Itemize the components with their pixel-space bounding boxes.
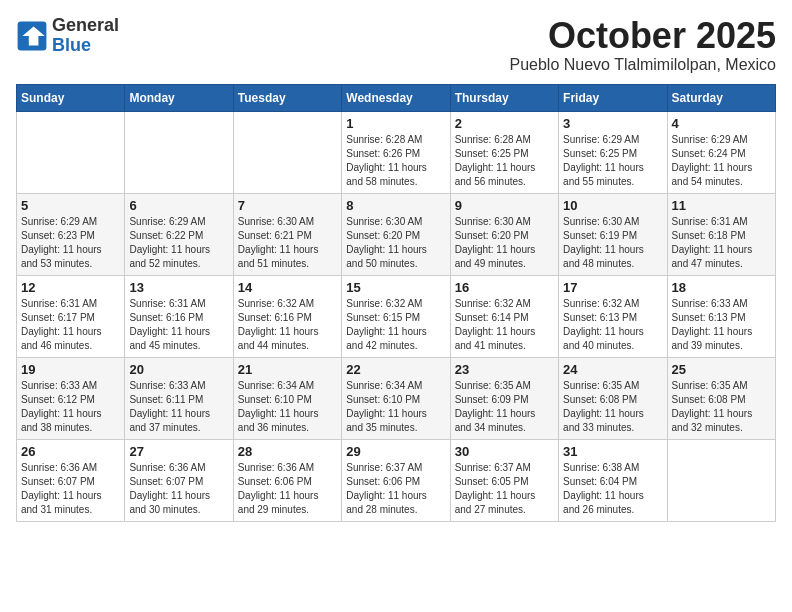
day-info: Sunrise: 6:28 AM Sunset: 6:25 PM Dayligh… — [455, 133, 554, 189]
day-info: Sunrise: 6:29 AM Sunset: 6:24 PM Dayligh… — [672, 133, 771, 189]
title-block: October 2025 Pueblo Nuevo Tlalmimilolpan… — [510, 16, 777, 74]
day-info: Sunrise: 6:37 AM Sunset: 6:06 PM Dayligh… — [346, 461, 445, 517]
calendar-cell: 7Sunrise: 6:30 AM Sunset: 6:21 PM Daylig… — [233, 193, 341, 275]
day-number: 11 — [672, 198, 771, 213]
calendar-cell: 30Sunrise: 6:37 AM Sunset: 6:05 PM Dayli… — [450, 439, 558, 521]
day-info: Sunrise: 6:36 AM Sunset: 6:07 PM Dayligh… — [21, 461, 120, 517]
weekday-header-friday: Friday — [559, 84, 667, 111]
day-number: 21 — [238, 362, 337, 377]
day-number: 9 — [455, 198, 554, 213]
calendar-cell — [17, 111, 125, 193]
weekday-header-sunday: Sunday — [17, 84, 125, 111]
day-info: Sunrise: 6:32 AM Sunset: 6:14 PM Dayligh… — [455, 297, 554, 353]
calendar-cell: 21Sunrise: 6:34 AM Sunset: 6:10 PM Dayli… — [233, 357, 341, 439]
calendar-cell: 19Sunrise: 6:33 AM Sunset: 6:12 PM Dayli… — [17, 357, 125, 439]
calendar-table: SundayMondayTuesdayWednesdayThursdayFrid… — [16, 84, 776, 522]
day-info: Sunrise: 6:35 AM Sunset: 6:08 PM Dayligh… — [563, 379, 662, 435]
day-number: 20 — [129, 362, 228, 377]
day-number: 24 — [563, 362, 662, 377]
day-number: 1 — [346, 116, 445, 131]
logo: General Blue — [16, 16, 119, 56]
calendar-cell: 1Sunrise: 6:28 AM Sunset: 6:26 PM Daylig… — [342, 111, 450, 193]
day-info: Sunrise: 6:37 AM Sunset: 6:05 PM Dayligh… — [455, 461, 554, 517]
day-info: Sunrise: 6:29 AM Sunset: 6:22 PM Dayligh… — [129, 215, 228, 271]
weekday-header-row: SundayMondayTuesdayWednesdayThursdayFrid… — [17, 84, 776, 111]
calendar-cell — [125, 111, 233, 193]
calendar-cell: 10Sunrise: 6:30 AM Sunset: 6:19 PM Dayli… — [559, 193, 667, 275]
calendar-week-row: 12Sunrise: 6:31 AM Sunset: 6:17 PM Dayli… — [17, 275, 776, 357]
day-number: 3 — [563, 116, 662, 131]
calendar-cell: 6Sunrise: 6:29 AM Sunset: 6:22 PM Daylig… — [125, 193, 233, 275]
calendar-cell: 11Sunrise: 6:31 AM Sunset: 6:18 PM Dayli… — [667, 193, 775, 275]
day-info: Sunrise: 6:36 AM Sunset: 6:07 PM Dayligh… — [129, 461, 228, 517]
day-info: Sunrise: 6:35 AM Sunset: 6:08 PM Dayligh… — [672, 379, 771, 435]
weekday-header-monday: Monday — [125, 84, 233, 111]
day-number: 15 — [346, 280, 445, 295]
day-info: Sunrise: 6:34 AM Sunset: 6:10 PM Dayligh… — [238, 379, 337, 435]
calendar-cell: 15Sunrise: 6:32 AM Sunset: 6:15 PM Dayli… — [342, 275, 450, 357]
calendar-cell: 22Sunrise: 6:34 AM Sunset: 6:10 PM Dayli… — [342, 357, 450, 439]
calendar-week-row: 19Sunrise: 6:33 AM Sunset: 6:12 PM Dayli… — [17, 357, 776, 439]
day-number: 8 — [346, 198, 445, 213]
day-number: 13 — [129, 280, 228, 295]
calendar-cell: 3Sunrise: 6:29 AM Sunset: 6:25 PM Daylig… — [559, 111, 667, 193]
day-info: Sunrise: 6:34 AM Sunset: 6:10 PM Dayligh… — [346, 379, 445, 435]
day-info: Sunrise: 6:31 AM Sunset: 6:16 PM Dayligh… — [129, 297, 228, 353]
calendar-cell: 8Sunrise: 6:30 AM Sunset: 6:20 PM Daylig… — [342, 193, 450, 275]
day-number: 26 — [21, 444, 120, 459]
day-number: 23 — [455, 362, 554, 377]
day-info: Sunrise: 6:28 AM Sunset: 6:26 PM Dayligh… — [346, 133, 445, 189]
day-info: Sunrise: 6:38 AM Sunset: 6:04 PM Dayligh… — [563, 461, 662, 517]
day-number: 30 — [455, 444, 554, 459]
page-header: General Blue October 2025 Pueblo Nuevo T… — [16, 16, 776, 74]
day-number: 22 — [346, 362, 445, 377]
day-number: 29 — [346, 444, 445, 459]
day-info: Sunrise: 6:30 AM Sunset: 6:20 PM Dayligh… — [455, 215, 554, 271]
day-info: Sunrise: 6:33 AM Sunset: 6:12 PM Dayligh… — [21, 379, 120, 435]
calendar-cell: 20Sunrise: 6:33 AM Sunset: 6:11 PM Dayli… — [125, 357, 233, 439]
day-info: Sunrise: 6:32 AM Sunset: 6:15 PM Dayligh… — [346, 297, 445, 353]
calendar-week-row: 1Sunrise: 6:28 AM Sunset: 6:26 PM Daylig… — [17, 111, 776, 193]
day-number: 5 — [21, 198, 120, 213]
calendar-cell: 9Sunrise: 6:30 AM Sunset: 6:20 PM Daylig… — [450, 193, 558, 275]
calendar-cell — [233, 111, 341, 193]
day-info: Sunrise: 6:32 AM Sunset: 6:16 PM Dayligh… — [238, 297, 337, 353]
location-subtitle: Pueblo Nuevo Tlalmimilolpan, Mexico — [510, 56, 777, 74]
logo-general-text: General — [52, 15, 119, 35]
day-number: 7 — [238, 198, 337, 213]
calendar-cell: 25Sunrise: 6:35 AM Sunset: 6:08 PM Dayli… — [667, 357, 775, 439]
day-number: 2 — [455, 116, 554, 131]
weekday-header-tuesday: Tuesday — [233, 84, 341, 111]
calendar-cell: 14Sunrise: 6:32 AM Sunset: 6:16 PM Dayli… — [233, 275, 341, 357]
month-title: October 2025 — [510, 16, 777, 56]
day-number: 19 — [21, 362, 120, 377]
day-number: 25 — [672, 362, 771, 377]
calendar-cell: 28Sunrise: 6:36 AM Sunset: 6:06 PM Dayli… — [233, 439, 341, 521]
day-number: 31 — [563, 444, 662, 459]
calendar-week-row: 26Sunrise: 6:36 AM Sunset: 6:07 PM Dayli… — [17, 439, 776, 521]
day-number: 27 — [129, 444, 228, 459]
calendar-cell: 24Sunrise: 6:35 AM Sunset: 6:08 PM Dayli… — [559, 357, 667, 439]
calendar-cell: 17Sunrise: 6:32 AM Sunset: 6:13 PM Dayli… — [559, 275, 667, 357]
day-info: Sunrise: 6:29 AM Sunset: 6:23 PM Dayligh… — [21, 215, 120, 271]
day-info: Sunrise: 6:33 AM Sunset: 6:11 PM Dayligh… — [129, 379, 228, 435]
day-number: 10 — [563, 198, 662, 213]
day-info: Sunrise: 6:30 AM Sunset: 6:20 PM Dayligh… — [346, 215, 445, 271]
day-number: 4 — [672, 116, 771, 131]
calendar-cell: 16Sunrise: 6:32 AM Sunset: 6:14 PM Dayli… — [450, 275, 558, 357]
logo-blue-text: Blue — [52, 35, 91, 55]
day-number: 14 — [238, 280, 337, 295]
calendar-cell: 5Sunrise: 6:29 AM Sunset: 6:23 PM Daylig… — [17, 193, 125, 275]
calendar-cell: 23Sunrise: 6:35 AM Sunset: 6:09 PM Dayli… — [450, 357, 558, 439]
day-info: Sunrise: 6:31 AM Sunset: 6:18 PM Dayligh… — [672, 215, 771, 271]
day-number: 12 — [21, 280, 120, 295]
day-info: Sunrise: 6:36 AM Sunset: 6:06 PM Dayligh… — [238, 461, 337, 517]
calendar-cell: 27Sunrise: 6:36 AM Sunset: 6:07 PM Dayli… — [125, 439, 233, 521]
day-number: 16 — [455, 280, 554, 295]
day-info: Sunrise: 6:32 AM Sunset: 6:13 PM Dayligh… — [563, 297, 662, 353]
day-number: 28 — [238, 444, 337, 459]
calendar-cell: 29Sunrise: 6:37 AM Sunset: 6:06 PM Dayli… — [342, 439, 450, 521]
weekday-header-thursday: Thursday — [450, 84, 558, 111]
calendar-cell: 4Sunrise: 6:29 AM Sunset: 6:24 PM Daylig… — [667, 111, 775, 193]
day-number: 18 — [672, 280, 771, 295]
